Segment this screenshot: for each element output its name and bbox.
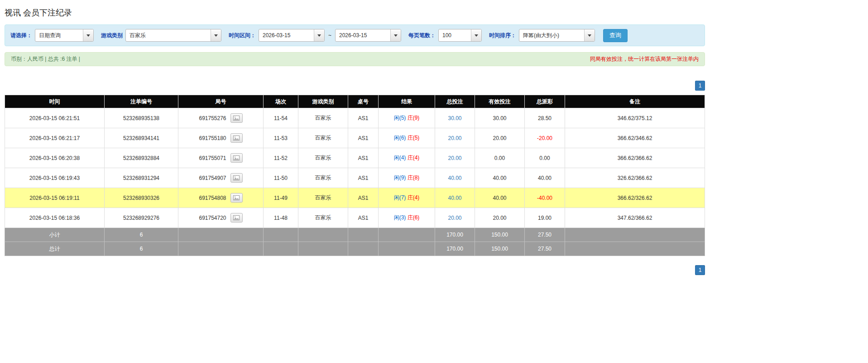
page-1-button[interactable]: 1 <box>695 265 705 275</box>
date-to-caret-button[interactable] <box>390 29 401 41</box>
round-id: 691755071 <box>199 155 226 161</box>
game-type-combobox <box>125 29 221 42</box>
date-from-caret-button[interactable] <box>314 29 324 41</box>
sort-order-combobox <box>519 29 595 42</box>
table-no-cell: AS1 <box>348 188 379 208</box>
date-to-input[interactable] <box>336 29 390 41</box>
payout-cell: 19.00 <box>525 208 565 228</box>
game-type-input[interactable] <box>126 29 211 41</box>
header-payout: 总派彩 <box>525 95 565 108</box>
date-range-separator: ~ <box>328 32 331 39</box>
query-button[interactable]: 查询 <box>603 29 628 42</box>
table-row: 2026-03-15 06:21:51 523268935138 6917552… <box>5 108 705 128</box>
main-container: 视讯 会员下注纪录 请选择： 游戏类别 时间区间： ~ 每页笔数： 时间排序： <box>5 0 705 275</box>
total-total-bet: 170.00 <box>435 242 475 256</box>
result-cell: 闲(4) 庄(4) <box>379 148 435 168</box>
session-cell: 11-50 <box>264 168 298 188</box>
page-1-button[interactable]: 1 <box>695 81 705 91</box>
sort-order-input[interactable] <box>519 29 584 41</box>
result-banker: 庄(4) <box>408 155 420 161</box>
round-cell: 691754808 <box>178 188 264 208</box>
table-row: 2026-03-15 06:20:38 523268932884 6917550… <box>5 148 705 168</box>
game-type-cell: 百家乐 <box>298 188 348 208</box>
round-result-image-icon[interactable] <box>230 193 243 203</box>
result-player: 闲(9) <box>394 174 406 181</box>
sort-order-label: 时间排序： <box>489 32 516 39</box>
time-cell: 2026-03-15 06:21:17 <box>5 128 105 148</box>
result-banker: 庄(5) <box>408 135 420 141</box>
select-type-combobox <box>35 29 94 42</box>
total-valid-bet: 150.00 <box>475 242 525 256</box>
select-type-caret-button[interactable] <box>83 29 93 41</box>
total-bet-link[interactable]: 40.00 <box>435 188 475 208</box>
header-round-id: 局号 <box>178 95 264 108</box>
total-count: 6 <box>105 242 178 256</box>
valid-bet-cell: 40.00 <box>475 188 525 208</box>
round-result-image-icon[interactable] <box>230 173 243 183</box>
header-game-type: 游戏类别 <box>298 95 348 108</box>
session-cell: 11-54 <box>264 108 298 128</box>
bet-records-table: 时间 注单编号 局号 场次 游戏类别 桌号 结果 总投注 有效投注 总派彩 备注… <box>5 95 705 256</box>
top-pagination: 1 <box>5 81 705 91</box>
chevron-down-icon <box>394 34 398 37</box>
header-time: 时间 <box>5 95 105 108</box>
round-result-image-icon[interactable] <box>230 133 243 143</box>
payout-cell: -40.00 <box>525 188 565 208</box>
result-banker: 庄(8) <box>408 174 420 181</box>
game-type-caret-button[interactable] <box>211 29 221 41</box>
table-no-cell: AS1 <box>348 168 379 188</box>
session-cell: 11-49 <box>264 188 298 208</box>
note-cell: 366.62/346.62 <box>565 128 705 148</box>
round-id: 691754720 <box>199 215 226 221</box>
total-bet-link[interactable]: 20.00 <box>435 208 475 228</box>
time-cell: 2026-03-15 06:20:38 <box>5 148 105 168</box>
result-player: 闲(7) <box>394 194 406 201</box>
table-header-row: 时间 注单编号 局号 场次 游戏类别 桌号 结果 总投注 有效投注 总派彩 备注 <box>5 95 705 108</box>
bet-id-cell: 523268929276 <box>105 208 178 228</box>
result-banker: 庄(6) <box>408 214 420 221</box>
header-total-bet: 总投注 <box>435 95 475 108</box>
table-row-highlighted: 2026-03-15 06:19:11 523268930326 6917548… <box>5 188 705 208</box>
table-no-cell: AS1 <box>348 108 379 128</box>
round-result-image-icon[interactable] <box>230 213 243 223</box>
payout-cell: 40.00 <box>525 168 565 188</box>
round-cell: 691755276 <box>178 108 264 128</box>
total-bet-link[interactable]: 30.00 <box>435 108 475 128</box>
filter-bar: 请选择： 游戏类别 时间区间： ~ 每页笔数： 时间排序： <box>5 24 705 46</box>
valid-bet-cell: 20.00 <box>475 128 525 148</box>
chevron-down-icon <box>214 34 218 37</box>
game-type-cell: 百家乐 <box>298 208 348 228</box>
header-bet-id: 注单编号 <box>105 95 178 108</box>
subtotal-payout: 27.50 <box>525 228 565 242</box>
game-type-label: 游戏类别 <box>101 32 123 39</box>
select-type-input[interactable] <box>35 29 83 41</box>
subtotal-total-bet: 170.00 <box>435 228 475 242</box>
game-type-cell: 百家乐 <box>298 148 348 168</box>
date-from-input[interactable] <box>259 29 314 41</box>
total-bet-link[interactable]: 40.00 <box>435 168 475 188</box>
round-result-image-icon[interactable] <box>230 153 243 163</box>
result-banker: 庄(4) <box>408 194 420 201</box>
page-size-caret-button[interactable] <box>471 29 481 41</box>
chevron-down-icon <box>588 34 591 37</box>
chevron-down-icon <box>475 34 478 37</box>
note-cell: 366.62/326.62 <box>565 188 705 208</box>
table-no-cell: AS1 <box>348 208 379 228</box>
result-player: 闲(4) <box>394 155 406 161</box>
total-bet-link[interactable]: 20.00 <box>435 128 475 148</box>
result-player: 闲(5) <box>394 115 406 121</box>
round-id: 691755276 <box>199 115 226 121</box>
header-note: 备注 <box>565 95 705 108</box>
total-row: 总计 6 170.00 150.00 27.50 <box>5 242 705 256</box>
page-title: 视讯 会员下注纪录 <box>5 7 705 18</box>
round-result-image-icon[interactable] <box>230 113 243 123</box>
sort-order-caret-button[interactable] <box>584 29 595 41</box>
bet-id-cell: 523268931294 <box>105 168 178 188</box>
total-bet-link[interactable]: 20.00 <box>435 148 475 168</box>
round-id: 691755180 <box>199 135 226 141</box>
round-cell: 691755071 <box>178 148 264 168</box>
subtotal-valid-bet: 150.00 <box>475 228 525 242</box>
page-size-input[interactable] <box>439 29 471 41</box>
total-label: 总计 <box>5 242 105 256</box>
header-table-no: 桌号 <box>348 95 379 108</box>
